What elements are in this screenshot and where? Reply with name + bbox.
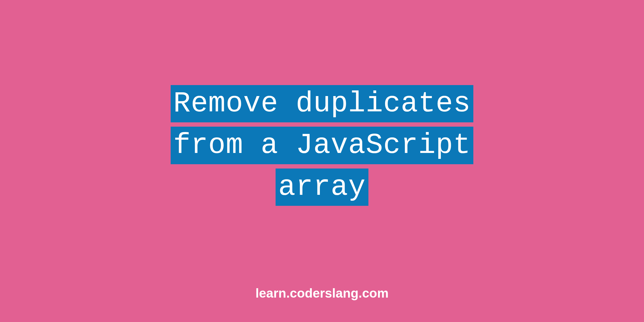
title-line-3: array (276, 169, 368, 206)
title-container: Remove duplicates from a JavaScript arra… (171, 85, 474, 210)
title-line-2: from a JavaScript (171, 127, 474, 164)
title-line-1: Remove duplicates (171, 85, 474, 122)
footer-text: learn.coderslang.com (255, 286, 389, 301)
